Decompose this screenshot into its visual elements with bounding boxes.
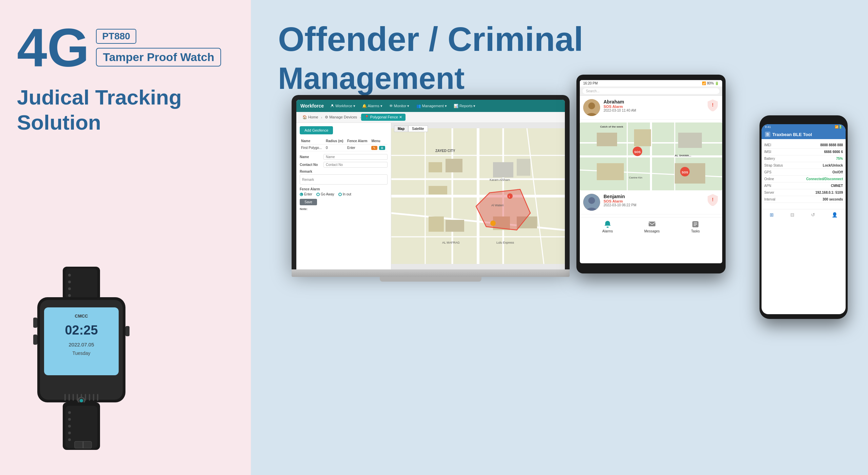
ble-tool-content: IMEI 8888 8888 888 IMSI 6666 6666 6 Batt… (762, 139, 846, 206)
judical-text: Judical Tracking Solution (17, 85, 234, 135)
svg-text:!: ! (712, 102, 714, 108)
form-name-input[interactable] (323, 154, 388, 160)
phone-tab-refresh[interactable]: ↺ (811, 212, 815, 217)
alert-info-benjamin: Benjamin SOS Alarm 2022-03-10 06:22 PM (604, 194, 703, 207)
offender-title-line1: Offender / Criminal (278, 20, 841, 58)
ble-interval-value: 300 seconds (823, 197, 843, 201)
fence-alarm-section: Fence Alarm Enter Go Away (300, 187, 388, 196)
phone-notch (790, 119, 817, 124)
save-button[interactable]: Save (300, 199, 317, 205)
svg-text:AL SHAWA...: AL SHAWA... (675, 154, 691, 157)
remark-label: Remark (300, 170, 388, 173)
radio-in-out[interactable]: In out (338, 192, 351, 196)
left-panel: 4G PT880 Tamper Proof Watch Judical Trac… (0, 0, 251, 475)
ble-interval-row: Interval 300 seconds (764, 196, 843, 203)
svg-rect-24 (97, 394, 98, 401)
svg-point-32 (68, 432, 71, 434)
remark-input[interactable] (300, 174, 388, 185)
radio-go-away[interactable]: Go Away (316, 192, 334, 196)
crumb-polygonal-fence[interactable]: 📍 Polygonal Fence ✕ (361, 114, 406, 121)
col-radius: Radius (m) (324, 138, 346, 145)
geofence-table: Name Radius (m) Fence Alarm Menu First P… (300, 138, 388, 151)
svg-point-5 (68, 294, 71, 297)
svg-point-63 (507, 193, 513, 199)
watch-illustration: CMCC 02:25 2022.07.05 Tuesday (10, 263, 153, 453)
svg-point-89 (588, 197, 595, 204)
messages-label: Messages (644, 229, 660, 233)
svg-text:Al Wateri: Al Wateri (491, 204, 504, 207)
radio-enter[interactable]: Enter (300, 192, 312, 196)
phone-tab-grid[interactable]: ⊟ (790, 212, 794, 217)
alert-name-benjamin: Benjamin (604, 194, 703, 199)
nav-alarms[interactable]: 🔔 Alarms ▾ (362, 104, 382, 108)
svg-text:Canine Kin: Canine Kin (629, 176, 642, 179)
ble-strap-row: Strap Status Lock/Unlock (764, 162, 843, 169)
fence-alarm-label: Fence Alarm (300, 187, 388, 191)
svg-rect-52 (517, 159, 530, 176)
tablet-time: 16:20 PM (583, 81, 598, 85)
svg-rect-49 (446, 159, 462, 172)
svg-rect-50 (429, 186, 447, 194)
add-geofence-button[interactable]: Add Geofence (300, 126, 333, 134)
map-tab-satellite[interactable]: Satellite (408, 126, 428, 132)
phone-bottom-tabs: ⊞ ⊟ ↺ 👤 (762, 209, 846, 220)
svg-text:2022.07.05: 2022.07.05 (68, 342, 94, 347)
right-title: Offender / Criminal Management (278, 20, 841, 96)
app-navbar: Workforce Workforce ▾ 🔔 Alarms ▾ 👁 Monit… (296, 100, 565, 112)
alarms-icon (604, 220, 612, 228)
crumb-manage-devices[interactable]: ⚙ Manage Devices (322, 115, 360, 119)
watch-container: CMCC 02:25 2022.07.05 Tuesday (10, 263, 159, 455)
tablet-map: SOS SOS Catch of the week Canine Kin AL … (580, 122, 722, 190)
svg-text:ZAYED CITY: ZAYED CITY (435, 149, 455, 153)
nav-monitor[interactable]: 👁 Monitor ▾ (389, 104, 410, 108)
svg-text:Catch of the week: Catch of the week (600, 125, 624, 128)
tablet-battery: 📶 80% 🔋 (702, 81, 719, 85)
bottom-nav-tasks[interactable]: Tasks (691, 220, 700, 233)
form-contact-input[interactable] (323, 162, 388, 168)
alarms-label: Alarms (602, 229, 613, 233)
nav-workforce[interactable]: Workforce ▾ (331, 104, 355, 108)
svg-text:!: ! (712, 197, 714, 202)
tasks-icon (691, 220, 699, 228)
phone-time: 9:41 (765, 125, 771, 129)
ble-apn-row: APN CMNET (764, 183, 843, 189)
phone-app-header: B Traxbean BLE Tool (762, 130, 846, 139)
svg-rect-56 (446, 220, 464, 232)
ble-icon: B (765, 132, 770, 137)
svg-text:CMCC: CMCC (75, 314, 88, 319)
svg-rect-19 (77, 394, 78, 401)
phone-tab-person[interactable]: 👤 (832, 212, 837, 217)
ble-strap-value: Lock/Unlock (823, 164, 843, 167)
row-name: First Polygo... (300, 145, 324, 151)
svg-text:SOS: SOS (634, 150, 640, 154)
svg-rect-13 (33, 318, 37, 328)
avatar-benjamin (583, 194, 600, 211)
svg-rect-48 (429, 162, 442, 172)
radio-dot-go-away (316, 193, 320, 196)
tablet-outer: 16:20 PM 📶 80% 🔋 Search... (576, 75, 726, 273)
alert-icon-abraham: ! (707, 99, 719, 113)
bottom-nav-alarms[interactable]: Alarms (602, 220, 613, 233)
nav-reports[interactable]: 📊 Reports ▾ (454, 104, 476, 108)
alert-type-abraham: SOS Alarm (604, 104, 703, 109)
bottom-nav-messages[interactable]: Messages (644, 220, 660, 233)
phone-tab-eq[interactable]: ⊞ (770, 212, 774, 217)
map-type-bar: Map Satellite (394, 126, 428, 132)
row-radius: 0 (324, 145, 346, 151)
crumb-home[interactable]: 🏠 Home (300, 115, 321, 119)
svg-rect-76 (597, 133, 617, 146)
note-text: Note: (300, 207, 388, 211)
app-breadcrumb: 🏠 Home › ⚙ Manage Devices › 📍 Polygonal … (296, 112, 565, 123)
tamper-proof-label: Tamper Proof Watch (96, 48, 221, 66)
tablet-status-bar: 16:20 PM 📶 80% 🔋 (580, 80, 722, 87)
laptop-mockup: Workforce Workforce ▾ 🔔 Alarms ▾ 👁 Monit… (292, 95, 570, 282)
alert-name-abraham: Abraham (604, 99, 703, 104)
map-tab-map[interactable]: Map (394, 126, 408, 132)
svg-text:Tuesday: Tuesday (72, 350, 90, 356)
ble-gps-label: GPS (764, 170, 771, 174)
svg-point-67 (588, 102, 595, 109)
ble-online-label: Online (764, 177, 774, 181)
svg-point-2 (68, 274, 71, 277)
svg-rect-21 (85, 394, 86, 401)
nav-management[interactable]: 👥 Management ▾ (416, 104, 447, 108)
